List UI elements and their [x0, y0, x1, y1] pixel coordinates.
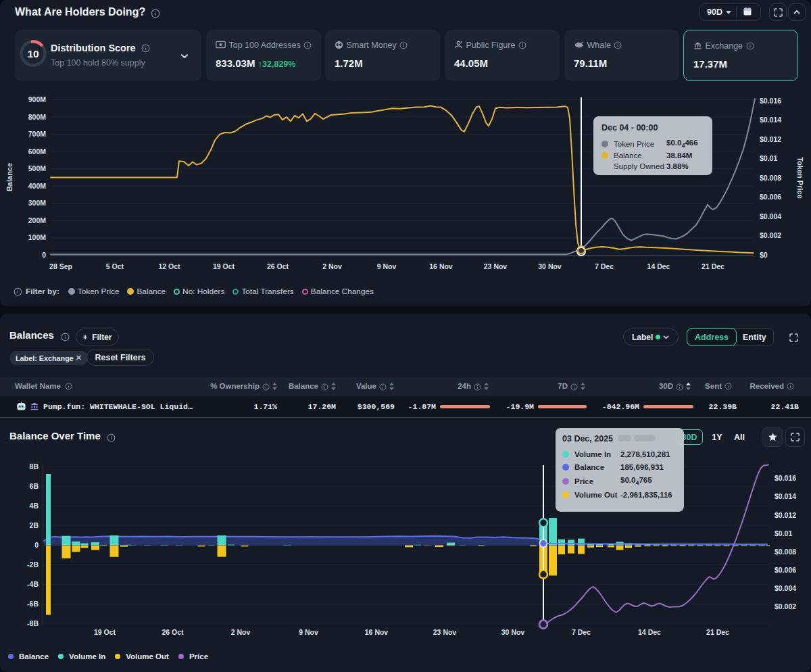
svg-text:21 Dec: 21 Dec	[702, 262, 724, 270]
svg-text:26 Oct: 26 Oct	[267, 262, 289, 270]
svg-text:-2B: -2B	[27, 560, 39, 569]
svg-text:16 Nov: 16 Nov	[429, 262, 453, 270]
svg-text:800M: 800M	[28, 113, 47, 121]
svg-text:12 Oct: 12 Oct	[158, 262, 180, 270]
svg-text:500M: 500M	[28, 164, 47, 172]
svg-text:8B: 8B	[30, 462, 39, 471]
svg-text:Balance: Balance	[5, 163, 14, 191]
svg-text:600M: 600M	[28, 147, 47, 155]
svg-text:$0.012: $0.012	[760, 135, 781, 143]
svg-text:2 Nov: 2 Nov	[322, 262, 342, 270]
svg-text:700M: 700M	[28, 130, 47, 138]
svg-text:-6B: -6B	[27, 600, 39, 608]
svg-text:-4B: -4B	[27, 580, 39, 588]
svg-text:9 Nov: 9 Nov	[377, 262, 397, 270]
svg-text:$0.008: $0.008	[775, 548, 796, 556]
svg-text:14 Dec: 14 Dec	[647, 262, 670, 270]
svg-text:0: 0	[34, 541, 39, 549]
svg-text:200M: 200M	[28, 216, 47, 224]
svg-text:$0.008: $0.008	[760, 174, 781, 182]
svg-text:$0.014: $0.014	[775, 492, 796, 500]
svg-text:0: 0	[42, 251, 46, 259]
svg-text:Token Price: Token Price	[796, 157, 804, 199]
svg-text:26 Oct: 26 Oct	[162, 628, 184, 636]
svg-text:900M: 900M	[28, 95, 47, 103]
svg-text:$0.004: $0.004	[775, 584, 796, 592]
svg-text:23 Nov: 23 Nov	[484, 262, 508, 270]
svg-text:$0.006: $0.006	[775, 566, 796, 574]
svg-text:$0.004: $0.004	[760, 212, 781, 220]
svg-text:16 Nov: 16 Nov	[365, 628, 389, 636]
svg-text:21 Dec: 21 Dec	[706, 628, 729, 636]
svg-text:300M: 300M	[28, 199, 47, 207]
svg-text:23 Nov: 23 Nov	[433, 628, 457, 636]
svg-text:19 Oct: 19 Oct	[94, 628, 116, 636]
svg-text:400M: 400M	[28, 182, 47, 190]
svg-text:7 Dec: 7 Dec	[595, 262, 614, 270]
svg-text:$0.016: $0.016	[775, 474, 796, 482]
svg-text:9 Nov: 9 Nov	[299, 628, 318, 636]
svg-text:2B: 2B	[30, 521, 39, 529]
svg-text:$0.014: $0.014	[760, 116, 781, 124]
svg-text:10: 10	[27, 48, 39, 59]
svg-text:100M: 100M	[28, 233, 47, 241]
svg-text:$0.002: $0.002	[775, 602, 796, 610]
svg-text:$0: $0	[760, 251, 768, 259]
svg-text:5 Oct: 5 Oct	[106, 262, 124, 270]
svg-text:30 Nov: 30 Nov	[538, 262, 562, 270]
svg-text:30 Nov: 30 Nov	[501, 628, 525, 636]
svg-text:$0.002: $0.002	[760, 231, 781, 239]
svg-text:$0.016: $0.016	[760, 97, 781, 105]
svg-text:7 Dec: 7 Dec	[572, 628, 591, 636]
svg-text:$0.01: $0.01	[760, 154, 777, 162]
svg-text:-8B: -8B	[27, 619, 39, 627]
svg-text:4B: 4B	[30, 502, 39, 510]
svg-text:$0.012: $0.012	[775, 511, 796, 519]
svg-text:$0.01: $0.01	[775, 529, 792, 537]
svg-text:6B: 6B	[30, 482, 39, 490]
svg-text:28 Sep: 28 Sep	[49, 262, 72, 270]
svg-text:$0.006: $0.006	[760, 193, 781, 201]
svg-text:19 Oct: 19 Oct	[213, 262, 235, 270]
svg-text:14 Dec: 14 Dec	[638, 628, 661, 636]
svg-text:2 Nov: 2 Nov	[231, 628, 251, 636]
